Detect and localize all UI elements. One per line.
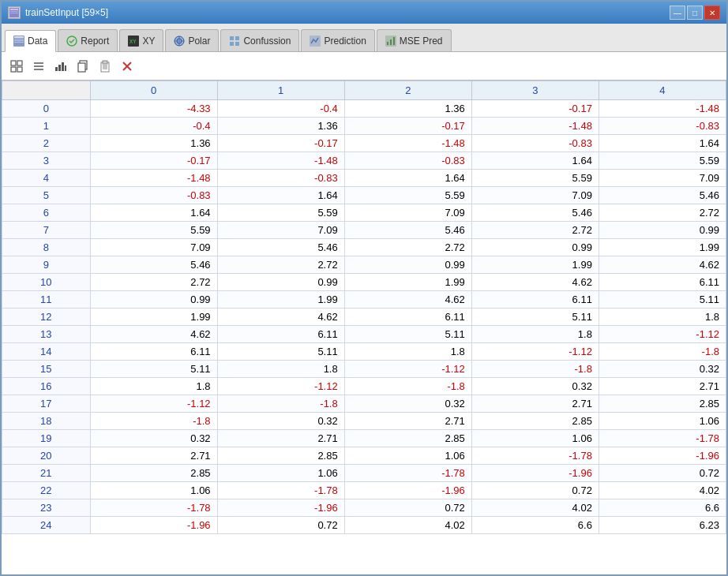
table-row: 75.597.095.462.720.99 [2, 222, 726, 239]
data-cell: -1.78 [217, 482, 344, 499]
tab-bar: Data Report XY XY [2, 24, 726, 52]
data-cell: 0.32 [217, 413, 344, 430]
data-cell: -1.78 [90, 499, 217, 517]
row-index-cell: 12 [2, 309, 91, 326]
main-window: trainSetInput [59×5] — □ ✕ Data [0, 0, 728, 576]
data-cell: 5.46 [599, 187, 726, 204]
toolbar-btn-paste[interactable] [95, 56, 115, 77]
row-index-cell: 20 [2, 447, 91, 465]
tab-report[interactable]: Report [58, 29, 118, 51]
maximize-button[interactable]: □ [687, 6, 703, 20]
svg-rect-5 [14, 36, 24, 38]
close-button[interactable]: ✕ [704, 6, 720, 20]
data-cell: 2.85 [344, 430, 471, 447]
data-cell: -1.96 [90, 517, 217, 534]
data-cell: 1.64 [599, 135, 726, 152]
row-index-cell: 22 [2, 482, 91, 499]
data-cell: 1.99 [471, 256, 599, 274]
svg-rect-19 [230, 42, 234, 46]
table-row: 95.462.720.991.994.62 [2, 256, 726, 274]
toolbar-btn-copy[interactable] [73, 56, 93, 77]
data-cell: 1.36 [90, 135, 217, 152]
svg-rect-29 [17, 67, 22, 72]
minimize-button[interactable]: — [670, 6, 685, 20]
data-cell: -1.12 [344, 361, 471, 378]
data-cell: 5.46 [471, 204, 599, 222]
data-cell: 5.59 [90, 222, 217, 239]
row-index-cell: 11 [2, 291, 91, 309]
row-index-cell: 24 [2, 517, 91, 534]
data-cell: 5.59 [471, 170, 599, 187]
polar-tab-icon [174, 36, 185, 47]
content-area: 0 1 2 3 4 0-4.33-0.41.36-0.17-1.481-0.41… [2, 80, 726, 574]
svg-rect-7 [14, 40, 24, 41]
toolbar-btn-rows[interactable] [28, 56, 49, 77]
data-cell: 1.8 [471, 326, 599, 343]
data-cell: -1.78 [599, 430, 726, 447]
row-index-cell: 5 [2, 187, 91, 204]
data-cell: 2.72 [599, 204, 726, 222]
data-cell: -1.78 [344, 465, 471, 482]
data-cell: 4.62 [471, 274, 599, 291]
table-row: 190.322.712.851.06-1.78 [2, 430, 726, 447]
table-container[interactable]: 0 1 2 3 4 0-4.33-0.41.36-0.17-1.481-0.41… [2, 80, 726, 574]
data-cell: 4.62 [344, 291, 471, 309]
data-cell: 1.06 [471, 430, 599, 447]
tab-xy[interactable]: XY XY [119, 29, 163, 51]
svg-rect-6 [14, 39, 24, 39]
data-cell: -0.4 [217, 100, 344, 118]
svg-rect-36 [65, 65, 66, 71]
data-cell: 4.02 [599, 482, 726, 499]
table-row: 110.991.994.626.115.11 [2, 291, 726, 309]
data-cell: 5.46 [217, 239, 344, 256]
data-cell: 1.64 [90, 204, 217, 222]
toolbar-btn-chart[interactable] [51, 56, 71, 77]
data-cell: -0.17 [344, 118, 471, 135]
col-header-1: 1 [217, 81, 344, 100]
data-cell: 5.59 [217, 204, 344, 222]
data-cell: 1.36 [344, 100, 471, 118]
table-row: 221.06-1.78-1.960.724.02 [2, 482, 726, 499]
tab-prediction[interactable]: Prediction [301, 29, 374, 51]
toolbar-btn-delete[interactable] [117, 56, 137, 77]
table-row: 21.36-0.17-1.48-0.831.64 [2, 135, 726, 152]
tab-polar[interactable]: Polar [165, 29, 219, 51]
table-row: 23-1.78-1.960.724.026.6 [2, 499, 726, 517]
table-row: 17-1.12-1.80.322.712.85 [2, 395, 726, 413]
table-row: 18-1.80.322.712.851.06 [2, 413, 726, 430]
toolbar-btn-grid[interactable] [6, 56, 27, 77]
tab-mse-pred[interactable]: MSE Pred [377, 29, 452, 51]
data-cell: 0.72 [599, 465, 726, 482]
col-header-2: 2 [344, 81, 471, 100]
svg-rect-27 [17, 61, 22, 65]
xy-tab-icon: XY [128, 36, 139, 47]
data-cell: -1.12 [599, 326, 726, 343]
tab-data-label: Data [28, 36, 47, 47]
tab-mse-pred-label: MSE Pred [400, 36, 443, 47]
data-cell: 5.11 [90, 361, 217, 378]
svg-rect-25 [393, 37, 395, 45]
row-index-cell: 18 [2, 413, 91, 430]
table-row: 3-0.17-1.48-0.831.645.59 [2, 152, 726, 170]
data-cell: 1.06 [217, 465, 344, 482]
data-cell: 7.09 [344, 204, 471, 222]
tab-confussion[interactable]: Confussion [220, 29, 299, 51]
data-cell: 7.09 [217, 222, 344, 239]
data-cell: 0.72 [344, 499, 471, 517]
tab-data[interactable]: Data [5, 30, 56, 52]
data-cell: 0.32 [471, 378, 599, 395]
data-cell: -1.8 [217, 395, 344, 413]
data-cell: 4.02 [344, 517, 471, 534]
row-index-cell: 14 [2, 343, 91, 361]
data-cell: 5.59 [344, 187, 471, 204]
title-bar-left: trainSetInput [59×5] [8, 6, 108, 19]
title-bar: trainSetInput [59×5] — □ ✕ [2, 2, 726, 24]
data-cell: -1.12 [217, 378, 344, 395]
data-cell: 2.72 [217, 256, 344, 274]
svg-rect-18 [235, 36, 239, 40]
data-cell: 2.85 [471, 413, 599, 430]
table-row: 24-1.960.724.026.66.23 [2, 517, 726, 534]
data-cell: -1.96 [599, 447, 726, 465]
data-cell: 4.02 [471, 499, 599, 517]
data-cell: -0.83 [344, 152, 471, 170]
